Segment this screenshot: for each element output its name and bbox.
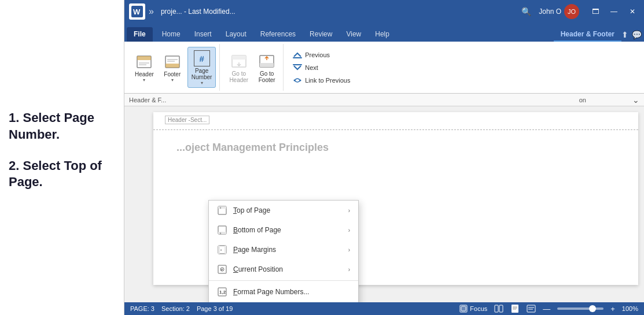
bottom-of-page-arrow: › [348,227,350,234]
tab-file[interactable]: File [127,27,153,42]
svg-rect-13 [260,63,274,67]
next-arrow-icon [293,63,302,72]
page-number-label: Page Number [192,68,212,80]
ribbon-tabs-bar: File Home Insert Layout References Revie… [124,23,644,42]
tab-header-footer[interactable]: Header & Footer [554,27,621,42]
footer-label: Footer [164,71,181,77]
web-layout-icon[interactable] [527,304,536,313]
bottom-of-page-icon: # [217,225,227,235]
link-to-previous-label: Link to Previous [305,77,350,84]
header-section-label: Header -Sect... [165,116,209,124]
goto-footer-button[interactable]: Go to Footer [254,50,279,85]
tab-layout[interactable]: Layout [219,27,253,42]
footer-dropdown-arrow: ▾ [171,77,174,83]
zoom-slider[interactable] [557,307,603,310]
status-section: Section: 2 [161,305,190,312]
svg-rect-3 [137,56,151,60]
user-name: John O [539,8,561,16]
footer-button[interactable]: Footer ▾ [160,51,185,84]
dropdown-item-current-position[interactable]: # Current Position › [209,260,358,279]
svg-point-16 [294,79,296,81]
status-page: PAGE: 3 [130,305,154,312]
next-label: Next [305,64,318,71]
svg-rect-11 [232,55,246,60]
goto-footer-icon [257,52,276,71]
page-margins-underline: P [233,246,238,254]
window-controls: 🗖 — ✕ [588,5,639,18]
page-margins-arrow: › [348,247,350,253]
navigation-group: Previous Next [286,44,357,91]
svg-rect-25 [218,246,220,254]
search-icon[interactable]: 🔍 [518,3,534,20]
share-icon[interactable]: ⬆ [621,30,628,39]
minimize-button[interactable]: — [607,5,621,18]
tab-home[interactable]: Home [155,27,187,42]
svg-rect-40 [499,305,503,312]
current-position-icon: # [217,264,227,275]
format-page-numbers-label: Format Page Numbers... [233,288,350,296]
zoom-level: 100% [622,305,638,312]
tab-insert[interactable]: Insert [187,27,219,42]
document-area: Header -Sect... ...oject Management Prin… [124,106,644,302]
sub-ribbon-position: on [579,97,586,103]
goto-header-icon [230,52,248,71]
goto-group-buttons: Go to Header Go to Footer [226,45,279,90]
zoom-minus[interactable]: — [543,305,550,313]
document-header: Header -Sect... [153,112,638,130]
goto-header-label: Go to Header [229,71,248,83]
top-of-page-underline: T [233,206,237,214]
goto-header-button[interactable]: Go to Header [226,50,252,85]
dropdown-item-format-page-numbers[interactable]: 1,2 Format Page Numbers... [209,282,358,302]
header-dropdown-arrow: ▾ [143,77,145,83]
next-button[interactable]: Next [290,62,352,73]
quick-access-chevron[interactable]: » [149,6,154,17]
previous-button[interactable]: Previous [290,49,352,61]
restore-button[interactable]: 🗖 [588,5,602,18]
focus-label: Focus [470,305,487,312]
sub-ribbon: Header & F... on ⌄ [124,94,644,106]
dropdown-item-top-of-page[interactable]: # Top of Page › [209,201,358,220]
status-bar: PAGE: 3 Section: 2 Page 3 of 19 Focus — [124,302,644,315]
format-underline: F [233,288,237,296]
page-margins-icon: # [217,244,227,255]
word-app: W » proje... - Last Modified... 🔍 John O… [124,0,644,315]
focus-mode[interactable]: Focus [459,305,487,313]
menu-divider [209,280,358,281]
goto-footer-label: Go to Footer [259,71,275,83]
top-of-page-arrow: › [348,207,350,214]
ribbon-action-icons: ⬆ 💬 [621,30,642,42]
current-position-arrow: › [348,266,350,273]
close-header-footer-icon[interactable]: ⌄ [632,95,639,105]
previous-label: Previous [305,51,330,58]
svg-rect-45 [527,305,535,312]
user-avatar[interactable]: JO [564,4,579,19]
ribbon-body: Header ▾ Footer ▾ [124,42,644,94]
print-layout-icon[interactable] [510,304,520,313]
bottom-of-page-underline: B [233,226,238,234]
header-icon [135,53,153,71]
format-page-numbers-icon: 1,2 [217,287,227,297]
top-of-page-label: Top of Page [233,206,343,214]
page-number-button[interactable]: # Page Number ▾ [187,47,216,88]
header-button[interactable]: Header ▾ [131,51,157,84]
svg-text:1,2: 1,2 [219,290,226,295]
page-number-icon: # [193,49,211,68]
page-number-dropdown-arrow: ▾ [201,80,203,86]
tab-view[interactable]: View [339,27,368,42]
goto-group: Go to Header Go to Footer [222,44,284,91]
tab-references[interactable]: References [253,27,303,42]
top-of-page-icon: # [217,205,227,216]
svg-rect-14 [293,57,302,58]
dropdown-item-bottom-of-page[interactable]: # Bottom of Page › [209,220,358,240]
footer-icon [163,53,182,71]
zoom-plus[interactable]: + [610,305,615,313]
tab-help[interactable]: Help [368,27,396,42]
document-body: ...oject Management Principles [153,130,638,165]
close-button[interactable]: ✕ [625,5,639,18]
dropdown-item-page-margins[interactable]: # Page Margins › [209,240,358,260]
tab-review[interactable]: Review [303,27,339,42]
dropdown-item-remove-page-numbers[interactable]: Remove Page Numbers [209,302,358,302]
comment-icon[interactable]: 💬 [632,30,642,39]
link-to-previous-button[interactable]: Link to Previous [290,75,352,86]
read-mode-icon[interactable] [494,304,503,313]
